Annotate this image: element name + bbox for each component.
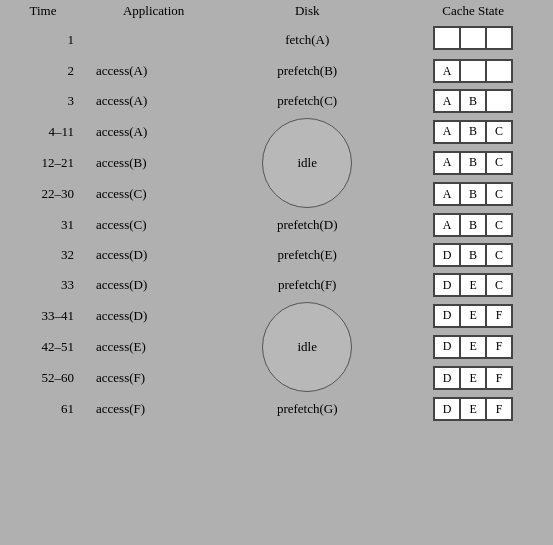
cache-table: Time Application Disk Cache State 1fetch… — [0, 0, 553, 424]
header-time: Time — [0, 0, 86, 23]
cache-slot: D — [434, 398, 460, 420]
cache-slot — [486, 60, 512, 82]
cache-grid: ABC — [433, 182, 513, 206]
time-cell: 33–41 — [0, 300, 86, 331]
time-cell: 3 — [0, 86, 86, 116]
app-cell: access(A) — [86, 116, 221, 147]
cache-slot: E — [460, 274, 486, 296]
disk-cell: idle — [221, 116, 393, 210]
cache-slot: A — [434, 152, 460, 174]
cache-slot: C — [486, 121, 512, 143]
cache-grid: ABC — [433, 213, 513, 237]
cache-cell: DEF — [393, 363, 553, 394]
cache-slot: A — [434, 183, 460, 205]
app-cell: access(C) — [86, 179, 221, 210]
cache-cell: AB — [393, 86, 553, 116]
cache-slot: C — [486, 152, 512, 174]
cache-slot: D — [434, 274, 460, 296]
app-cell: access(F) — [86, 363, 221, 394]
cache-cell: ABC — [393, 116, 553, 147]
app-cell: access(C) — [86, 210, 221, 240]
time-cell: 42–51 — [0, 331, 86, 362]
cache-grid — [433, 26, 513, 50]
cache-cell: ABC — [393, 210, 553, 240]
time-cell: 1 — [0, 23, 86, 56]
disk-cell: fetch(A) — [221, 23, 393, 56]
cache-slot — [434, 27, 460, 49]
cache-grid: AB — [433, 89, 513, 113]
cache-slot: B — [460, 152, 486, 174]
cache-cell: DEC — [393, 270, 553, 300]
cache-cell: ABC — [393, 179, 553, 210]
cache-grid: DBC — [433, 243, 513, 267]
cache-slot: A — [434, 214, 460, 236]
cache-grid: DEF — [433, 304, 513, 328]
cache-cell: DEF — [393, 331, 553, 362]
cache-slot: B — [460, 183, 486, 205]
cache-slot: B — [460, 214, 486, 236]
header-disk: Disk — [221, 0, 393, 23]
disk-cell: prefetch(E) — [221, 240, 393, 270]
time-cell: 4–11 — [0, 116, 86, 147]
app-cell: access(D) — [86, 300, 221, 331]
table-row: 1fetch(A) — [0, 23, 553, 56]
cache-slot — [486, 90, 512, 112]
cache-slot: F — [486, 398, 512, 420]
idle-circle: idle — [262, 118, 352, 208]
cache-cell: DBC — [393, 240, 553, 270]
idle-circle: idle — [262, 302, 352, 392]
disk-cell: idle — [221, 300, 393, 394]
app-cell: access(E) — [86, 331, 221, 362]
table-row: 31access(C)prefetch(D)ABC — [0, 210, 553, 240]
header-application: Application — [86, 0, 221, 23]
time-cell: 31 — [0, 210, 86, 240]
disk-cell: prefetch(C) — [221, 86, 393, 116]
cache-slot: F — [486, 305, 512, 327]
cache-slot: A — [434, 60, 460, 82]
cache-slot: E — [460, 305, 486, 327]
cache-slot — [486, 27, 512, 49]
cache-slot: F — [486, 367, 512, 389]
app-cell: access(F) — [86, 394, 221, 424]
cache-grid: DEF — [433, 366, 513, 390]
main-table-container: Time Application Disk Cache State 1fetch… — [0, 0, 553, 424]
header-cache-state: Cache State — [393, 0, 553, 23]
cache-slot: D — [434, 367, 460, 389]
cache-slot: D — [434, 244, 460, 266]
app-cell: access(B) — [86, 147, 221, 178]
table-row: 2access(A)prefetch(B)A — [0, 56, 553, 86]
disk-cell: prefetch(G) — [221, 394, 393, 424]
cache-grid: DEF — [433, 335, 513, 359]
table-row: 33–41access(D)idleDEF — [0, 300, 553, 331]
cache-slot: B — [460, 244, 486, 266]
cache-slot: D — [434, 336, 460, 358]
table-row: 33access(D)prefetch(F)DEC — [0, 270, 553, 300]
app-cell: access(D) — [86, 270, 221, 300]
time-cell: 22–30 — [0, 179, 86, 210]
table-row: 4–11access(A)idleABC — [0, 116, 553, 147]
app-cell: access(D) — [86, 240, 221, 270]
cache-cell: A — [393, 56, 553, 86]
cache-slot: C — [486, 274, 512, 296]
cache-cell: DEF — [393, 300, 553, 331]
cache-slot: F — [486, 336, 512, 358]
cache-slot: C — [486, 183, 512, 205]
time-cell: 61 — [0, 394, 86, 424]
table-row: 32access(D)prefetch(E)DBC — [0, 240, 553, 270]
table-row: 3access(A)prefetch(C)AB — [0, 86, 553, 116]
disk-cell: prefetch(F) — [221, 270, 393, 300]
app-cell: access(A) — [86, 86, 221, 116]
cache-slot: E — [460, 367, 486, 389]
cache-slot: C — [486, 214, 512, 236]
cache-slot: A — [434, 90, 460, 112]
cache-grid: A — [433, 59, 513, 83]
time-cell: 2 — [0, 56, 86, 86]
cache-slot — [460, 60, 486, 82]
cache-slot: B — [460, 121, 486, 143]
cache-grid: DEF — [433, 397, 513, 421]
time-cell: 32 — [0, 240, 86, 270]
time-cell: 33 — [0, 270, 86, 300]
table-row: 61access(F)prefetch(G)DEF — [0, 394, 553, 424]
cache-cell: DEF — [393, 394, 553, 424]
app-cell — [86, 23, 221, 56]
